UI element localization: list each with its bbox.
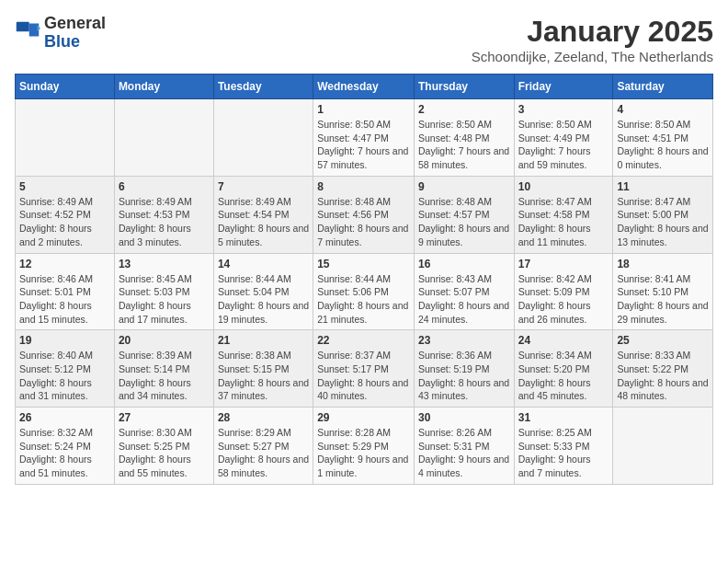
logo-general: General bbox=[44, 15, 106, 33]
weekday-header-row: SundayMondayTuesdayWednesdayThursdayFrid… bbox=[16, 75, 713, 99]
day-number: 14 bbox=[218, 258, 309, 270]
svg-rect-3 bbox=[17, 22, 29, 32]
day-info: Sunrise: 8:40 AM Sunset: 5:12 PM Dayligh… bbox=[19, 349, 110, 403]
calendar-cell: 19Sunrise: 8:40 AM Sunset: 5:12 PM Dayli… bbox=[16, 330, 115, 408]
day-info: Sunrise: 8:39 AM Sunset: 5:14 PM Dayligh… bbox=[119, 349, 210, 403]
day-info: Sunrise: 8:50 AM Sunset: 4:47 PM Dayligh… bbox=[317, 118, 410, 172]
day-number: 18 bbox=[617, 258, 709, 270]
day-info: Sunrise: 8:29 AM Sunset: 5:27 PM Dayligh… bbox=[218, 426, 309, 480]
day-info: Sunrise: 8:28 AM Sunset: 5:29 PM Dayligh… bbox=[317, 426, 410, 480]
day-info: Sunrise: 8:36 AM Sunset: 5:19 PM Dayligh… bbox=[418, 349, 510, 403]
day-number: 28 bbox=[218, 411, 309, 424]
calendar-cell bbox=[613, 408, 713, 485]
calendar-cell: 28Sunrise: 8:29 AM Sunset: 5:27 PM Dayli… bbox=[213, 408, 313, 485]
calendar-cell: 26Sunrise: 8:32 AM Sunset: 5:24 PM Dayli… bbox=[16, 408, 115, 485]
day-number: 2 bbox=[418, 103, 510, 116]
day-info: Sunrise: 8:50 AM Sunset: 4:51 PM Dayligh… bbox=[617, 118, 709, 172]
day-number: 1 bbox=[317, 103, 410, 116]
calendar-week-row: 19Sunrise: 8:40 AM Sunset: 5:12 PM Dayli… bbox=[16, 330, 713, 408]
day-number: 16 bbox=[418, 258, 510, 270]
calendar-cell: 9Sunrise: 8:48 AM Sunset: 4:57 PM Daylig… bbox=[414, 176, 514, 253]
day-info: Sunrise: 8:48 AM Sunset: 4:57 PM Dayligh… bbox=[418, 195, 510, 249]
calendar-cell: 12Sunrise: 8:46 AM Sunset: 5:01 PM Dayli… bbox=[16, 253, 115, 330]
weekday-header-wednesday: Wednesday bbox=[313, 75, 415, 99]
weekday-header-friday: Friday bbox=[514, 75, 613, 99]
day-number: 13 bbox=[119, 258, 210, 270]
calendar-cell: 7Sunrise: 8:49 AM Sunset: 4:54 PM Daylig… bbox=[213, 176, 313, 253]
day-number: 8 bbox=[317, 180, 410, 193]
day-number: 3 bbox=[518, 103, 609, 116]
day-info: Sunrise: 8:25 AM Sunset: 5:33 PM Dayligh… bbox=[518, 426, 609, 480]
calendar-subtitle: Schoondijke, Zeeland, The Netherlands bbox=[472, 49, 713, 64]
day-info: Sunrise: 8:32 AM Sunset: 5:24 PM Dayligh… bbox=[19, 426, 110, 480]
day-number: 15 bbox=[317, 258, 410, 270]
day-info: Sunrise: 8:44 AM Sunset: 5:04 PM Dayligh… bbox=[218, 272, 309, 327]
calendar-cell: 2Sunrise: 8:50 AM Sunset: 4:48 PM Daylig… bbox=[414, 99, 514, 177]
day-info: Sunrise: 8:47 AM Sunset: 5:00 PM Dayligh… bbox=[617, 195, 709, 249]
day-number: 4 bbox=[617, 103, 709, 116]
day-number: 23 bbox=[418, 334, 510, 347]
calendar-cell: 24Sunrise: 8:34 AM Sunset: 5:20 PM Dayli… bbox=[514, 330, 613, 408]
day-info: Sunrise: 8:49 AM Sunset: 4:52 PM Dayligh… bbox=[19, 195, 110, 249]
day-number: 31 bbox=[518, 411, 609, 424]
day-number: 7 bbox=[218, 180, 309, 193]
day-info: Sunrise: 8:50 AM Sunset: 4:49 PM Dayligh… bbox=[518, 118, 609, 172]
calendar-cell: 18Sunrise: 8:41 AM Sunset: 5:10 PM Dayli… bbox=[613, 253, 713, 330]
day-number: 25 bbox=[617, 334, 709, 347]
weekday-header-monday: Monday bbox=[114, 75, 213, 99]
calendar-cell: 6Sunrise: 8:49 AM Sunset: 4:53 PM Daylig… bbox=[114, 176, 213, 253]
calendar-title: January 2025 bbox=[472, 15, 713, 49]
calendar-cell: 29Sunrise: 8:28 AM Sunset: 5:29 PM Dayli… bbox=[313, 408, 415, 485]
weekday-header-tuesday: Tuesday bbox=[213, 75, 313, 99]
page-header: General Blue January 2025 Schoondijke, Z… bbox=[15, 15, 713, 64]
weekday-header-sunday: Sunday bbox=[16, 75, 115, 99]
logo-icon bbox=[15, 20, 40, 46]
calendar-cell: 17Sunrise: 8:42 AM Sunset: 5:09 PM Dayli… bbox=[514, 253, 613, 330]
day-info: Sunrise: 8:34 AM Sunset: 5:20 PM Dayligh… bbox=[518, 349, 609, 403]
day-number: 26 bbox=[19, 411, 110, 424]
title-block: January 2025 Schoondijke, Zeeland, The N… bbox=[472, 15, 713, 64]
calendar-cell: 30Sunrise: 8:26 AM Sunset: 5:31 PM Dayli… bbox=[414, 408, 514, 485]
calendar-cell: 27Sunrise: 8:30 AM Sunset: 5:25 PM Dayli… bbox=[114, 408, 213, 485]
day-info: Sunrise: 8:49 AM Sunset: 4:53 PM Dayligh… bbox=[119, 195, 210, 249]
calendar-cell: 1Sunrise: 8:50 AM Sunset: 4:47 PM Daylig… bbox=[313, 99, 415, 177]
day-info: Sunrise: 8:26 AM Sunset: 5:31 PM Dayligh… bbox=[418, 426, 510, 480]
day-info: Sunrise: 8:48 AM Sunset: 4:56 PM Dayligh… bbox=[317, 195, 410, 249]
day-number: 30 bbox=[418, 411, 510, 424]
calendar-cell: 25Sunrise: 8:33 AM Sunset: 5:22 PM Dayli… bbox=[613, 330, 713, 408]
weekday-header-saturday: Saturday bbox=[613, 75, 713, 99]
day-number: 12 bbox=[19, 258, 110, 270]
calendar-week-row: 5Sunrise: 8:49 AM Sunset: 4:52 PM Daylig… bbox=[16, 176, 713, 253]
day-number: 24 bbox=[518, 334, 609, 347]
calendar-body: 1Sunrise: 8:50 AM Sunset: 4:47 PM Daylig… bbox=[16, 99, 713, 485]
day-number: 6 bbox=[119, 180, 210, 193]
calendar-cell: 31Sunrise: 8:25 AM Sunset: 5:33 PM Dayli… bbox=[514, 408, 613, 485]
day-info: Sunrise: 8:41 AM Sunset: 5:10 PM Dayligh… bbox=[617, 272, 709, 327]
calendar-cell bbox=[114, 99, 213, 177]
calendar-cell bbox=[16, 99, 115, 177]
calendar-week-row: 12Sunrise: 8:46 AM Sunset: 5:01 PM Dayli… bbox=[16, 253, 713, 330]
day-info: Sunrise: 8:38 AM Sunset: 5:15 PM Dayligh… bbox=[218, 349, 309, 403]
day-number: 9 bbox=[418, 180, 510, 193]
calendar-cell: 21Sunrise: 8:38 AM Sunset: 5:15 PM Dayli… bbox=[213, 330, 313, 408]
calendar-table: SundayMondayTuesdayWednesdayThursdayFrid… bbox=[15, 74, 713, 485]
weekday-header-thursday: Thursday bbox=[414, 75, 514, 99]
day-number: 21 bbox=[218, 334, 309, 347]
calendar-cell: 13Sunrise: 8:45 AM Sunset: 5:03 PM Dayli… bbox=[114, 253, 213, 330]
day-number: 11 bbox=[617, 180, 709, 193]
calendar-cell: 22Sunrise: 8:37 AM Sunset: 5:17 PM Dayli… bbox=[313, 330, 415, 408]
day-info: Sunrise: 8:46 AM Sunset: 5:01 PM Dayligh… bbox=[19, 272, 110, 327]
calendar-cell: 15Sunrise: 8:44 AM Sunset: 5:06 PM Dayli… bbox=[313, 253, 415, 330]
logo-blue: Blue bbox=[44, 33, 106, 52]
calendar-cell: 10Sunrise: 8:47 AM Sunset: 4:58 PM Dayli… bbox=[514, 176, 613, 253]
day-info: Sunrise: 8:30 AM Sunset: 5:25 PM Dayligh… bbox=[119, 426, 210, 480]
calendar-cell: 3Sunrise: 8:50 AM Sunset: 4:49 PM Daylig… bbox=[514, 99, 613, 177]
day-number: 19 bbox=[19, 334, 110, 347]
day-info: Sunrise: 8:49 AM Sunset: 4:54 PM Dayligh… bbox=[218, 195, 309, 249]
calendar-cell: 5Sunrise: 8:49 AM Sunset: 4:52 PM Daylig… bbox=[16, 176, 115, 253]
calendar-week-row: 1Sunrise: 8:50 AM Sunset: 4:47 PM Daylig… bbox=[16, 99, 713, 177]
calendar-cell: 14Sunrise: 8:44 AM Sunset: 5:04 PM Dayli… bbox=[213, 253, 313, 330]
day-number: 20 bbox=[119, 334, 210, 347]
day-info: Sunrise: 8:33 AM Sunset: 5:22 PM Dayligh… bbox=[617, 349, 709, 403]
calendar-cell: 8Sunrise: 8:48 AM Sunset: 4:56 PM Daylig… bbox=[313, 176, 415, 253]
